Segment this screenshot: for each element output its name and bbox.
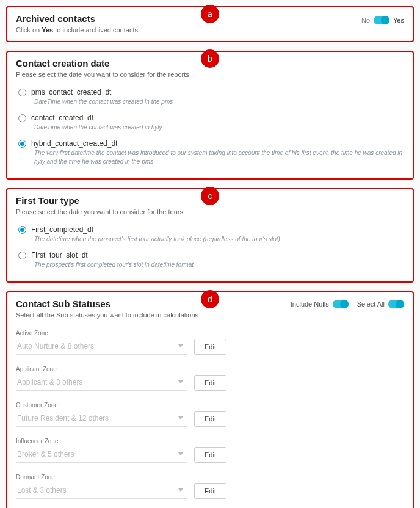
radio-item: First_completed_dt The datetime when the…: [16, 223, 404, 249]
marker-d: d: [201, 290, 219, 308]
panel-contact-sub-statuses: d Contact Sub Statuses Select all the Su…: [6, 291, 414, 508]
radio-label: contact_created_dt: [31, 114, 93, 122]
radio-help: The datetime when the prospect's first t…: [34, 235, 404, 244]
archived-toggle[interactable]: [374, 16, 389, 24]
zone: Customer Zone Future Resident & 12 other…: [16, 402, 404, 427]
zone-select-value: Auto Nurture & 8 others: [16, 339, 187, 355]
radio-option-hybrid[interactable]: hybrid_contact_created_dt: [18, 139, 404, 148]
zone-select-value: Future Resident & 12 others: [16, 412, 187, 427]
select-all-toggle[interactable]: [388, 300, 404, 308]
include-nulls-toggle[interactable]: [333, 300, 349, 308]
edit-button[interactable]: Edit: [194, 447, 226, 463]
archived-toggle-row: No Yes: [361, 16, 404, 24]
sub-desc: Select all the Sub statuses you want to …: [16, 311, 198, 319]
radio-option-contact[interactable]: contact_created_dt: [18, 114, 404, 122]
zone-select[interactable]: Applicant & 3 others: [16, 376, 187, 391]
toggle-knob-icon: [340, 300, 349, 308]
panel-contact-creation-date: b Contact creation date Please select th…: [6, 51, 414, 180]
zone-select[interactable]: Future Resident & 12 others: [16, 412, 187, 427]
zone-select[interactable]: Lost & 3 others: [16, 484, 187, 499]
radio-icon: [18, 252, 26, 259]
toggle-knob-icon: [396, 300, 404, 308]
edit-button[interactable]: Edit: [194, 483, 226, 499]
panel-archived-contacts: a Archived contacts Click on Yes to incl…: [6, 6, 414, 42]
panel-first-tour-type: c First Tour type Please select the date…: [6, 188, 414, 283]
zone: Influencer Zone Broker & 5 others Edit: [16, 438, 404, 463]
zone: Active Zone Auto Nurture & 8 others Edit: [16, 330, 404, 355]
radio-item: contact_created_dt DateTime when the con…: [16, 111, 404, 137]
radio-option-pms[interactable]: pms_contact_created_dt: [18, 88, 404, 96]
radio-icon: [18, 114, 26, 122]
archived-no-label: No: [361, 16, 370, 24]
radio-label: pms_contact_created_dt: [31, 88, 111, 96]
radio-label: hybrid_contact_created_dt: [31, 139, 117, 148]
radio-icon: [18, 226, 26, 234]
radio-help: The prospect's first completed tour's sl…: [34, 261, 404, 269]
zone-label: Customer Zone: [16, 402, 404, 408]
tour-radio-list: First_completed_dt The datetime when the…: [16, 223, 404, 274]
radio-icon: [18, 89, 26, 96]
radio-item: pms_contact_created_dt DateTime when the…: [16, 85, 404, 111]
zone-label: Influencer Zone: [16, 438, 404, 445]
zone-label: Dormant Zone: [16, 474, 404, 481]
zone-select-value: Broker & 5 others: [16, 448, 187, 463]
radio-item: First_tour_slot_dt The prospect's first …: [16, 249, 404, 274]
zone-select[interactable]: Broker & 5 others: [16, 448, 187, 463]
edit-button[interactable]: Edit: [194, 339, 226, 355]
marker-c: c: [201, 187, 219, 205]
radio-option-first-completed[interactable]: First_completed_dt: [18, 225, 404, 234]
radio-help: DateTime when the contact was created in…: [34, 123, 404, 132]
radio-icon: [18, 140, 26, 148]
sub-title: Contact Sub Statuses: [16, 299, 198, 309]
archived-yes-label: Yes: [393, 16, 404, 24]
include-nulls-label: Include Nulls: [291, 300, 329, 308]
zone-label: Applicant Zone: [16, 366, 404, 372]
zone-select-value: Applicant & 3 others: [16, 376, 187, 391]
marker-a: a: [201, 5, 219, 23]
creation-radio-list: pms_contact_created_dt DateTime when the…: [16, 85, 404, 171]
radio-item: hybrid_contact_created_dt The very first…: [16, 137, 404, 171]
marker-b: b: [201, 49, 219, 68]
zone: Applicant Zone Applicant & 3 others Edit: [16, 366, 404, 391]
radio-help: The very first datetime the contact was …: [34, 149, 404, 166]
select-all-label: Select All: [357, 300, 385, 308]
radio-option-first-slot[interactable]: First_tour_slot_dt: [18, 251, 404, 259]
tour-desc: Please select the date you want to consi…: [16, 208, 404, 216]
edit-button[interactable]: Edit: [194, 375, 226, 391]
radio-label: First_tour_slot_dt: [31, 251, 88, 259]
zone-select-value: Lost & 3 others: [16, 484, 187, 499]
zone-label: Active Zone: [16, 330, 404, 336]
zone: Dormant Zone Lost & 3 others Edit: [16, 474, 404, 499]
toggle-knob-icon: [381, 16, 389, 24]
edit-button[interactable]: Edit: [194, 411, 226, 427]
radio-label: First_completed_dt: [31, 225, 93, 234]
archived-desc: Click on Yes to include archived contact…: [16, 26, 404, 34]
radio-help: DateTime when the contact was created in…: [34, 98, 404, 106]
creation-desc: Please select the date you want to consi…: [16, 71, 404, 78]
zone-select[interactable]: Auto Nurture & 8 others: [16, 339, 187, 355]
